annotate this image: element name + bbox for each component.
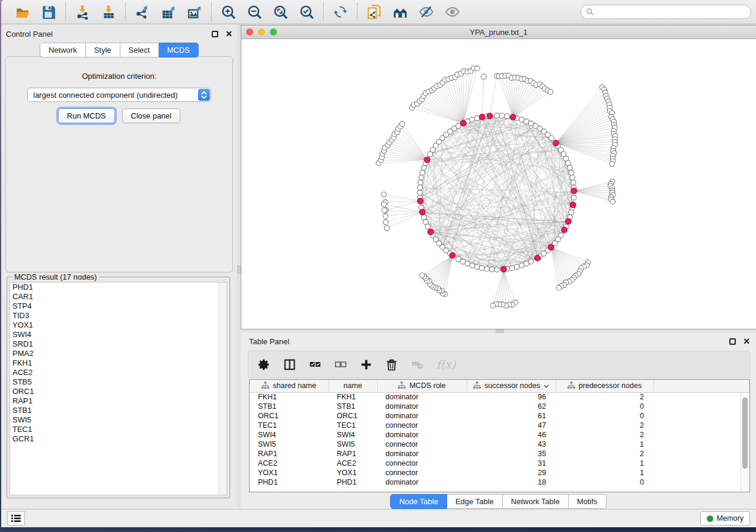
ring-node[interactable]	[489, 267, 495, 272]
table-cell[interactable]: 2	[556, 392, 653, 402]
ring-node[interactable]	[566, 161, 571, 166]
mcds-result-item[interactable]: CAR1	[10, 292, 227, 302]
table-row[interactable]: RAP1RAP1dominator352	[250, 449, 749, 459]
table-row[interactable]: PHD1PHD1dominator180	[250, 477, 749, 487]
table-cell[interactable]: ORC1	[328, 411, 377, 421]
zoom-out-button[interactable]	[245, 3, 263, 21]
table-cell[interactable]: 1	[556, 468, 653, 477]
satellite-node[interactable]	[610, 161, 615, 166]
table-cell[interactable]: STB1	[250, 402, 328, 411]
export-image-button[interactable]	[186, 3, 203, 21]
table-cell[interactable]: FKH1	[328, 392, 377, 402]
table-cell[interactable]: 1	[556, 440, 653, 449]
import-network-button[interactable]	[74, 3, 91, 21]
ring-node[interactable]	[418, 180, 423, 185]
table-cell[interactable]: YOX1	[328, 468, 377, 477]
satellite-node[interactable]	[420, 273, 425, 278]
search-network-button[interactable]	[391, 3, 409, 21]
table-cell[interactable]: ORC1	[250, 411, 328, 421]
mcds-hub-node[interactable]	[548, 245, 554, 251]
tab-motifs[interactable]: Motifs	[569, 494, 607, 509]
ring-node[interactable]	[571, 195, 576, 200]
export-network-button[interactable]	[133, 3, 151, 21]
save-session-button[interactable]	[40, 3, 58, 21]
table-cell[interactable]: connector	[377, 468, 467, 477]
table-cell[interactable]: 62	[467, 402, 556, 411]
table-row[interactable]: STB1STB1dominator620	[250, 402, 749, 411]
memory-button[interactable]: Memory	[700, 511, 750, 525]
tab-style[interactable]: Style	[86, 43, 120, 57]
mcds-hub-node[interactable]	[479, 114, 485, 120]
table-cell[interactable]: 18	[467, 477, 556, 487]
show-all-button[interactable]	[444, 3, 461, 21]
table-cell[interactable]: dominator	[377, 411, 467, 421]
column-header-successor-nodes[interactable]: successor nodes	[467, 380, 556, 392]
mcds-hub-node[interactable]	[461, 120, 467, 126]
table-cell[interactable]: connector	[377, 421, 467, 430]
ring-node[interactable]	[567, 165, 573, 171]
satellite-node[interactable]	[556, 286, 562, 291]
satellite-node[interactable]	[384, 226, 390, 231]
table-cell[interactable]: dominator	[377, 402, 467, 411]
table-cell[interactable]: RAP1	[328, 449, 377, 459]
column-header-name[interactable]: name	[328, 380, 377, 392]
mcds-result-item[interactable]: PMA2	[10, 349, 227, 358]
mcds-result-item[interactable]: RAP1	[10, 396, 227, 406]
table-row[interactable]: ACE2ACE2connector311	[250, 459, 749, 468]
network-graph[interactable]	[241, 39, 756, 329]
table-row[interactable]: SWI5SWI5connector431	[250, 440, 749, 449]
table-row[interactable]: YOX1YOX1connector291	[250, 468, 749, 477]
tab-edge-table[interactable]: Edge Table	[447, 494, 503, 509]
ring-node[interactable]	[422, 215, 427, 220]
mcds-hub-node[interactable]	[510, 114, 516, 120]
import-table-button[interactable]	[100, 3, 117, 21]
ring-node[interactable]	[417, 190, 423, 196]
mcds-result-item[interactable]: SRD1	[10, 339, 227, 349]
network-canvas[interactable]	[241, 39, 756, 329]
ring-node[interactable]	[519, 117, 525, 123]
tab-mcds[interactable]: MCDS	[159, 43, 199, 57]
mcds-hub-node[interactable]	[428, 229, 433, 235]
float-icon[interactable]	[729, 338, 736, 345]
table-cell[interactable]: 2	[556, 449, 653, 459]
ring-node[interactable]	[419, 175, 424, 180]
table-cell[interactable]: 61	[467, 411, 556, 421]
mcds-hub-node[interactable]	[500, 267, 506, 273]
satellite-node[interactable]	[475, 66, 480, 71]
mcds-result-item[interactable]: FKH1	[10, 358, 227, 368]
open-file-button[interactable]	[14, 3, 31, 21]
table-cell[interactable]: 47	[467, 421, 556, 430]
ring-node[interactable]	[495, 113, 500, 118]
table-cell[interactable]: SWI4	[328, 430, 377, 440]
table-cell[interactable]: 46	[467, 430, 556, 440]
table-cell[interactable]: ACE2	[328, 459, 377, 468]
table-cell[interactable]: STB1	[328, 402, 377, 411]
satellite-node[interactable]	[382, 208, 387, 213]
ring-node[interactable]	[456, 123, 461, 129]
table-row[interactable]: TEC1TEC1connector472	[250, 421, 749, 430]
mcds-hub-node[interactable]	[553, 140, 559, 146]
search-input[interactable]	[597, 8, 746, 16]
ring-node[interactable]	[423, 219, 429, 225]
table-cell[interactable]: dominator	[377, 477, 467, 487]
table-cell[interactable]: dominator	[377, 430, 467, 440]
mcds-hub-node[interactable]	[535, 255, 541, 261]
mcds-hub-node[interactable]	[571, 188, 577, 194]
table-scrollbar[interactable]	[741, 393, 749, 491]
mcds-hub-node[interactable]	[566, 219, 572, 225]
table-cell[interactable]: RAP1	[250, 449, 328, 459]
zoom-fit-button[interactable]	[272, 3, 289, 21]
table-cell[interactable]: connector	[377, 440, 467, 449]
ring-node[interactable]	[495, 267, 500, 273]
optimization-select[interactable]: largest connected component (undirected)	[27, 88, 211, 102]
table-cell[interactable]: 2	[556, 421, 653, 430]
table-cell[interactable]: dominator	[377, 449, 467, 459]
mcds-result-item[interactable]: TEC1	[10, 425, 227, 434]
table-cell[interactable]: ACE2	[250, 459, 328, 468]
table-row[interactable]: FKH1FKH1dominator962	[250, 392, 749, 402]
ring-node[interactable]	[422, 165, 427, 171]
column-header-MCDS-role[interactable]: MCDS role	[377, 380, 467, 392]
mcds-hub-node[interactable]	[570, 202, 576, 208]
satellite-node[interactable]	[381, 192, 387, 197]
table-cell[interactable]: YOX1	[250, 468, 328, 477]
